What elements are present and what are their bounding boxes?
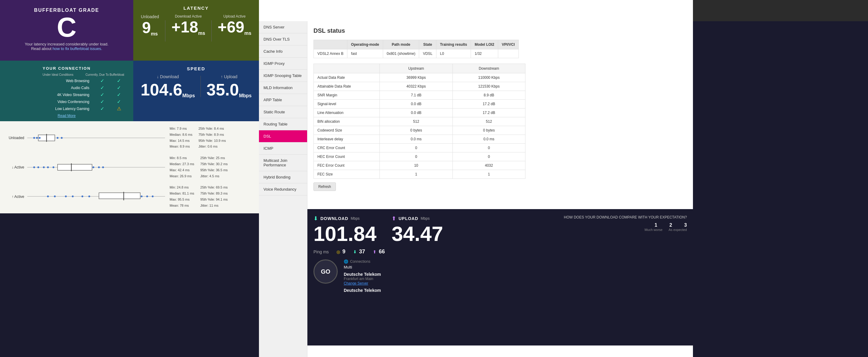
chart-row-up-active: ↑ Active	[6, 184, 253, 208]
bufferbloat-link[interactable]: how to fix bufferbloat issues.	[53, 47, 102, 51]
ping-ul: ⬆ 66	[373, 248, 385, 255]
speedtest-upload-value: 34.47	[392, 224, 443, 244]
svg-point-27	[88, 196, 90, 197]
sidebar-item-cache-info[interactable]: Cache Info	[259, 46, 307, 58]
sidebar-item-arp[interactable]: ARP Table	[259, 94, 307, 106]
sidebar-item-dns-server[interactable]: DNS Server	[259, 21, 307, 33]
sidebar-item-routing-table[interactable]: Routing Table	[259, 118, 307, 130]
speedtest-download: ⬇ DOWNLOAD Mbps 101.84	[313, 215, 376, 244]
svg-point-5	[39, 137, 40, 139]
chart-label-up: ↑ Active	[6, 195, 27, 199]
read-more-container: Read More	[6, 113, 127, 118]
refresh-button[interactable]: Refresh	[313, 182, 336, 191]
connection-title: YOUR CONNECTION	[6, 66, 127, 70]
ping-unloaded: ◎ 9	[337, 248, 346, 255]
ul-ping-icon: ⬆	[373, 249, 376, 254]
svg-point-15	[52, 167, 54, 168]
dsl-table-row: BIN allocation 512 512	[314, 117, 525, 126]
svg-rect-9	[58, 164, 92, 170]
server1: Deutsche Telekom Frankfurt am Main Chang…	[344, 272, 687, 286]
sidebar-item-igmp-proxy[interactable]: IGMP Proxy	[259, 58, 307, 70]
sidebar-item-igmp-snooping[interactable]: IGMP Snooping Table	[259, 70, 307, 82]
upload-speed-value: 35.0Mbps	[207, 82, 252, 98]
second-row: YOUR CONNECTION Under Ideal Conditions C…	[0, 61, 259, 121]
svg-point-26	[82, 196, 83, 197]
sidebar-item-hybrid-bonding[interactable]: Hybrid Bonding	[259, 171, 307, 183]
router-panel: DNS Server DNS Over TLS Cache Info IGMP …	[259, 0, 693, 357]
svg-point-4	[36, 137, 38, 139]
svg-point-25	[72, 196, 73, 197]
download-active-label: Download Active	[172, 14, 205, 19]
sidebar-item-dns-tls[interactable]: DNS Over TLS	[259, 33, 307, 46]
download-arrow-icon: ⬇	[313, 215, 318, 222]
dsl-annex: VDSL2 Annex B	[314, 50, 347, 58]
upload-arrow-icon: ⬆	[392, 215, 396, 222]
svg-point-23	[54, 196, 56, 197]
boxplot-up	[27, 188, 165, 205]
left-panel: BUFFERBLOAT GRADE C Your latency increas…	[0, 0, 259, 357]
upload-label: ↑ Upload	[207, 74, 252, 79]
chart-stats-up: Min: 24.8 ms Median: 81.1 ms Max: 95.5 m…	[165, 184, 253, 208]
latency-columns: Unloaded 9ms Download Active +18ms Uploa…	[138, 14, 254, 41]
server2: Deutsche Telekom	[344, 288, 687, 293]
upload-active-value: +69ms	[218, 19, 251, 36]
svg-point-22	[47, 196, 49, 197]
globe-icon-small: 🌐	[344, 260, 348, 264]
svg-point-11	[33, 167, 35, 168]
connection-row-4k: 4K Video Streaming ✓ ✓	[6, 92, 127, 97]
dsl-stats-table: Upstream Downstream Actual Data Rate 369…	[313, 64, 525, 179]
chart-box-unloaded	[27, 130, 165, 146]
dsl-table-row: HEC Error Count 0 0	[314, 152, 525, 161]
dsl-table-row: Attainable Data Rate 40322 Kbps 121530 K…	[314, 82, 525, 91]
dsl-table-row: FEC Size 1 1	[314, 170, 525, 179]
speed-download: ↓ Download 104.6Mbps	[141, 74, 195, 98]
bufferbloat-grade: C	[6, 13, 127, 42]
upload-active-label: Upload Active	[218, 14, 251, 19]
latency-divider-1	[165, 20, 165, 41]
sidebar-item-icmp[interactable]: ICMP	[259, 143, 307, 154]
read-more-link[interactable]: Read More	[58, 114, 75, 118]
chart-label-down: ↓ Active	[6, 165, 27, 170]
latency-divider-2	[211, 20, 212, 41]
dsl-table-row: SNR Margin 7.1 dB 8.9 dB	[314, 91, 525, 100]
speed-columns: ↓ Download 104.6Mbps ↑ Upload 35.0Mbps	[138, 74, 254, 98]
ping-label: Ping ms	[313, 249, 329, 254]
dsl-section-title: DSL status	[313, 27, 687, 34]
ping-dl: ⬇ 37	[353, 248, 365, 255]
sidebar-item-voice-redundancy[interactable]: Voice Redundancy	[259, 183, 307, 196]
connections-row: 🌐 Connections	[344, 260, 687, 264]
sidebar-item-multicast[interactable]: Multicast Join Performance	[259, 154, 307, 171]
sidebar-item-dsl[interactable]: DSL	[259, 130, 307, 143]
connection-headers: Under Ideal Conditions Currently, Due To…	[6, 73, 127, 77]
how-compare-section: HOW DOES YOUR DOWNLOAD COMPARE WITH YOUR…	[564, 215, 687, 232]
chart-box-up	[27, 188, 165, 205]
dsl-table-row: CRC Error Count 0 0	[314, 144, 525, 152]
svg-point-12	[37, 167, 39, 168]
dl-ping-icon: ⬇	[353, 249, 357, 254]
change-server-link[interactable]: Change Server	[344, 281, 368, 286]
top-row: BUFFERBLOAT GRADE C Your latency increas…	[0, 0, 259, 61]
connection-rows: Web Browsing ✓ ✓ Audio Calls ✓ ✓ 4K Vide…	[6, 78, 127, 112]
unloaded-label: Unloaded	[141, 14, 159, 19]
latency-upload: Upload Active +69ms	[218, 14, 251, 36]
svg-point-7	[61, 137, 63, 139]
server-info: 🌐 Connections Multi Deutsche Telekom Fra…	[344, 260, 687, 293]
sidebar-item-static-route[interactable]: Static Route	[259, 106, 307, 118]
svg-point-3	[33, 137, 35, 139]
latency-unloaded: Unloaded 9ms	[141, 14, 159, 36]
ping-row: Ping ms ◎ 9 ⬇ 37 ⬆ 66	[313, 248, 687, 255]
latency-title: LATENCY	[138, 5, 254, 10]
chart-box-down	[27, 160, 165, 175]
boxplot-down	[27, 160, 165, 175]
connection-row-videoconf: Video Conferencing ✓ ✓	[6, 99, 127, 105]
speed-divider	[200, 76, 201, 97]
go-button[interactable]: GO	[313, 260, 338, 284]
svg-point-16	[92, 167, 94, 168]
svg-point-18	[102, 167, 104, 168]
charts-section: Unloaded Min: 7.9 ms Median:	[0, 121, 259, 213]
latency-download: Download Active +18ms	[172, 14, 205, 36]
sidebar-item-mld[interactable]: MLD Information	[259, 82, 307, 94]
download-speed-value: 104.6Mbps	[141, 82, 195, 98]
chart-stats-unloaded: Min: 7.9 ms Median: 8.6 ms Max: 14.5 ms …	[165, 126, 253, 150]
chart-label-unloaded: Unloaded	[6, 136, 27, 140]
